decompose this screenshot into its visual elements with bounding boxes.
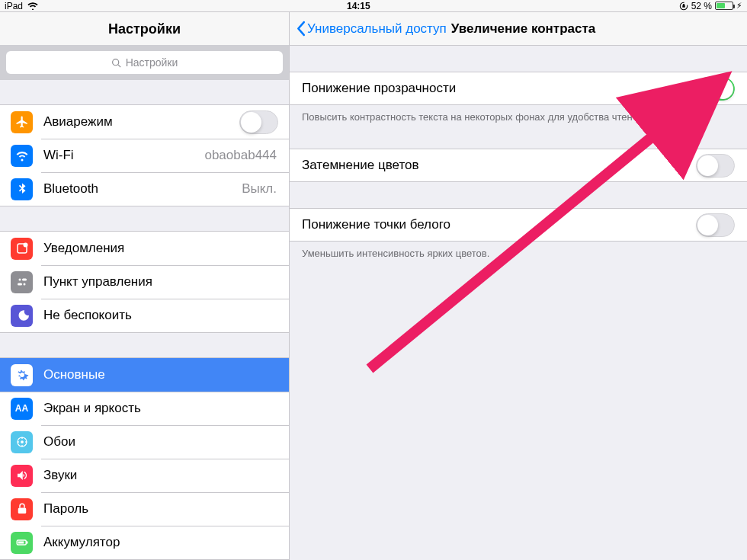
bluetooth-value: Выкл. [242,181,277,197]
svg-point-11 [21,437,22,439]
wifi-label: Wi-Fi [43,148,204,163]
sidebar-item-wifi[interactable]: Wi-Fi obaobab444 [0,139,289,172]
svg-rect-8 [18,283,22,286]
reduce-white-point-label: Понижение точки белого [302,217,696,232]
display-label: Экран и яркость [43,401,278,416]
svg-rect-17 [27,542,28,544]
wallpaper-label: Обои [43,434,278,450]
svg-point-13 [17,441,18,443]
svg-line-2 [118,64,120,66]
battery-icon [715,2,733,10]
darken-colors-label: Затемнение цветов [302,158,696,173]
notifications-label: Уведомления [43,241,278,256]
passcode-icon [11,498,33,520]
sidebar-item-sounds[interactable]: Звуки [0,459,289,492]
wifi-settings-icon [11,145,33,167]
reduce-transparency-note: Повысить контрастность текста на некотор… [290,105,747,123]
passcode-label: Пароль [43,501,278,517]
sidebar-item-dnd[interactable]: Не беспокоить [0,299,289,332]
reduce-transparency-label: Понижение прозрачности [302,81,696,96]
sidebar-item-battery[interactable]: Аккумулятор [0,526,289,559]
detail-title: Увеличение контраста [451,21,595,37]
svg-point-12 [21,445,22,446]
reduce-white-point-toggle[interactable] [696,213,735,237]
svg-point-10 [21,440,24,443]
device-label: iPad [5,1,23,11]
row-reduce-transparency[interactable]: Понижение прозрачности [290,72,747,105]
svg-point-14 [25,441,27,443]
charging-icon: ⚡︎ [736,1,742,11]
bluetooth-icon [11,178,33,200]
svg-rect-6 [22,279,27,281]
airplane-label: Авиарежим [43,114,239,130]
general-icon [11,364,33,386]
sidebar-title: Настройки [0,12,289,45]
back-button[interactable]: Универсальный доступ [296,21,447,37]
wifi-value: obaobab444 [204,148,277,163]
svg-point-5 [18,279,21,281]
bluetooth-label: Bluetooth [43,181,242,197]
battery-label: Аккумулятор [43,535,278,550]
svg-point-7 [23,283,25,286]
svg-point-1 [112,59,118,65]
row-reduce-white-point[interactable]: Понижение точки белого [290,208,747,242]
svg-rect-15 [18,508,26,514]
search-icon [111,58,121,68]
search-field[interactable]: Настройки [6,51,283,74]
sidebar-item-passcode[interactable]: Пароль [0,492,289,526]
airplane-icon [11,111,33,133]
control-center-icon [11,271,33,293]
search-container: Настройки [0,45,289,80]
wallpaper-icon [11,431,33,453]
sidebar-item-wallpaper[interactable]: Обои [0,425,289,459]
row-darken-colors[interactable]: Затемнение цветов [290,149,747,182]
dnd-label: Не беспокоить [43,308,278,323]
battery-percent: 52 % [691,1,712,11]
orientation-lock-icon [679,2,688,11]
notifications-icon [11,238,33,260]
reduce-transparency-toggle[interactable] [696,77,735,101]
wifi-icon [27,2,38,10]
sidebar-item-controlcenter[interactable]: Пункт управления [0,265,289,299]
display-icon: AA [11,398,33,420]
reduce-white-point-note: Уменьшить интенсивность ярких цветов. [290,242,747,259]
darken-colors-toggle[interactable] [696,154,735,178]
sounds-label: Звуки [43,468,278,483]
status-bar: iPad 14:15 52 % ⚡︎ [0,0,747,11]
general-label: Основные [43,367,278,382]
sidebar-item-display[interactable]: AA Экран и яркость [0,392,289,425]
detail-pane: Универсальный доступ Увеличение контраст… [290,12,747,560]
detail-nav: Универсальный доступ Увеличение контраст… [290,12,747,46]
sidebar-item-general[interactable]: Основные [0,358,289,392]
sidebar-group-1: Авиарежим Wi-Fi obaobab444 Bluetooth Вык… [0,104,289,206]
back-label: Универсальный доступ [307,21,447,37]
sidebar-item-airplane[interactable]: Авиарежим [0,105,289,139]
sidebar-item-bluetooth[interactable]: Bluetooth Выкл. [0,172,289,206]
search-placeholder: Настройки [126,56,178,69]
airplane-toggle[interactable] [239,110,278,134]
svg-point-4 [23,243,27,248]
status-time: 14:15 [38,1,679,11]
sidebar-group-2: Уведомления Пункт управления Не беспокои… [0,231,289,333]
svg-rect-18 [18,542,24,544]
settings-sidebar: Настройки Настройки Авиарежим Wi-Fi [0,12,290,560]
sidebar-item-notifications[interactable]: Уведомления [0,232,289,265]
chevron-left-icon [296,21,306,37]
sounds-icon [11,465,33,487]
sidebar-group-3: Основные AA Экран и яркость Обои Звуки [0,357,289,560]
battery-settings-icon [11,532,33,554]
dnd-icon [11,305,33,327]
control-center-label: Пункт управления [43,274,278,290]
